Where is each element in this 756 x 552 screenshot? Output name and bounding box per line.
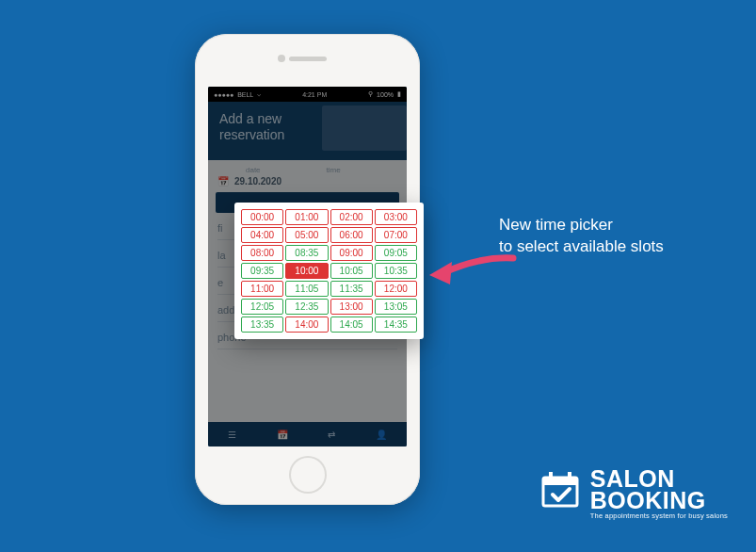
time-slot[interactable]: 10:05 [330, 263, 373, 279]
nav-swap-icon[interactable]: ⇄ [328, 430, 335, 440]
time-label: time [327, 166, 341, 174]
brand-logo: SALON BOOKING The appointments system fo… [539, 468, 728, 520]
time-slot[interactable]: 05:00 [285, 227, 328, 243]
time-slot[interactable]: 14:00 [285, 317, 328, 333]
clock: 4:21 PM [302, 91, 327, 98]
logo-calendar-check-icon [539, 468, 581, 510]
time-slot[interactable]: 09:00 [330, 245, 373, 261]
svg-rect-3 [568, 472, 571, 481]
time-slot[interactable]: 03:00 [375, 209, 417, 225]
nav-list-icon[interactable]: ☰ [228, 430, 236, 440]
calendar-icon[interactable]: 📅 [217, 176, 229, 187]
phone-speaker [289, 57, 327, 61]
time-slot[interactable]: 09:05 [375, 245, 417, 261]
time-slot[interactable]: 12:05 [241, 299, 283, 315]
brand-name-2: BOOKING [590, 490, 728, 511]
battery-label: 100% [377, 91, 394, 98]
time-grid: 00:0001:0002:0003:0004:0005:0006:0007:00… [240, 208, 418, 333]
signal-icon: ●●●●● [214, 91, 233, 98]
phone-camera [278, 55, 285, 62]
header-illustration [322, 106, 407, 151]
nav-calendar-icon[interactable]: 📅 [277, 430, 288, 440]
time-slot[interactable]: 11:00 [241, 281, 283, 297]
time-slot[interactable]: 06:00 [330, 227, 373, 243]
wifi-icon: ⌵ [257, 90, 261, 98]
time-slot[interactable]: 00:00 [241, 209, 283, 225]
time-slot[interactable]: 13:35 [241, 317, 283, 333]
home-button[interactable] [289, 456, 327, 494]
nav-profile-icon[interactable]: 👤 [376, 430, 387, 440]
time-slot[interactable]: 12:00 [375, 281, 417, 297]
time-slot[interactable]: 08:35 [285, 245, 328, 261]
status-bar: ●●●●● BELL ⌵ 4:21 PM ⚲ 100% ▮ [208, 87, 407, 102]
bluetooth-icon: ⚲ [368, 90, 373, 98]
svg-rect-1 [543, 478, 577, 485]
time-slot[interactable]: 08:00 [241, 245, 283, 261]
time-slot[interactable]: 11:05 [285, 281, 328, 297]
time-slot[interactable]: 04:00 [241, 227, 283, 243]
callout-line-1: New time picker [499, 215, 664, 236]
time-slot[interactable]: 09:35 [241, 263, 283, 279]
time-slot[interactable]: 14:05 [330, 317, 373, 333]
time-slot[interactable]: 07:00 [375, 227, 417, 243]
bottom-nav: ☰ 📅 ⇄ 👤 [208, 422, 407, 446]
date-label: date [246, 166, 261, 174]
carrier-label: BELL [237, 91, 253, 98]
callout-arrow-icon [424, 247, 518, 294]
time-slot[interactable]: 11:35 [330, 281, 373, 297]
time-slot[interactable]: 02:00 [330, 209, 373, 225]
time-slot[interactable]: 12:35 [285, 299, 328, 315]
callout-text: New time picker to select available slot… [499, 215, 664, 258]
brand-tagline: The appointments system for busy salons [590, 513, 728, 520]
time-picker: 00:0001:0002:0003:0004:0005:0006:0007:00… [234, 203, 424, 339]
svg-rect-2 [549, 472, 553, 481]
page-title: Add a new reservation [208, 102, 407, 156]
time-slot[interactable]: 10:35 [375, 263, 417, 279]
date-value[interactable]: 29.10.2020 [234, 176, 281, 187]
time-slot[interactable]: 13:00 [330, 299, 373, 315]
time-slot[interactable]: 01:00 [285, 209, 328, 225]
time-slot[interactable]: 10:00 [285, 263, 328, 279]
time-slot[interactable]: 14:35 [375, 317, 417, 333]
callout-line-2: to select available slots [499, 236, 664, 258]
time-slot[interactable]: 13:05 [375, 299, 417, 315]
battery-icon: ▮ [397, 90, 401, 98]
